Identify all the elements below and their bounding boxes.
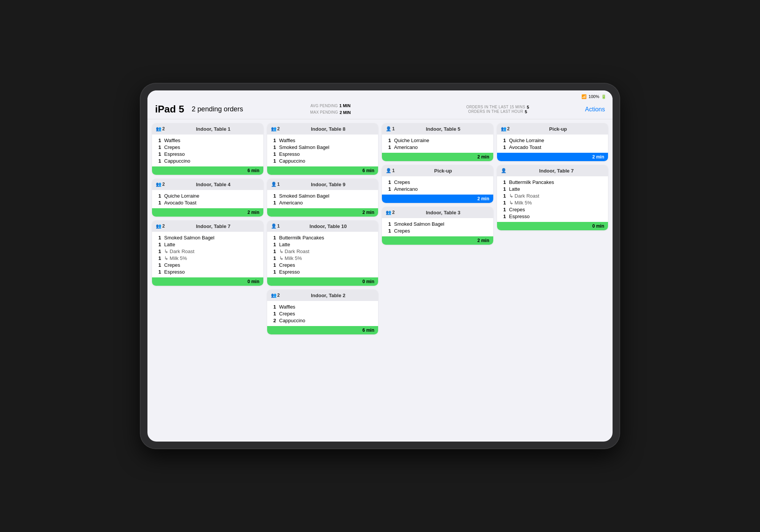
card-time-table3: 2 min [382,236,493,245]
persons-table10: 👤 1 [271,223,280,229]
persons-count: 1 [277,223,280,229]
persons-count: 2 [277,293,280,298]
orders-grid: 👥 2 Indoor, Table 1 1Waffles 1Crepes 1Es… [147,119,613,442]
order-card-table5[interactable]: 👤 1 Indoor, Table 5 1Quiche Lorraine 1Am… [382,123,493,161]
card-time-table5: 2 min [382,153,493,161]
persons-count: 1 [392,168,395,173]
list-item: 1Espresso [271,150,375,157]
list-item: 1↳ Milk 5% [271,255,375,261]
persons-count: 1 [392,126,395,131]
order-card-table10[interactable]: 👤 1 Indoor, Table 10 1Buttermilk Pancake… [267,220,378,286]
person-icon: 👥 [271,293,277,298]
list-item: 1Latte [501,185,605,192]
person-icon: 👤 [271,182,277,187]
max-pending-label: MAX PENDING [310,109,338,116]
list-item: 1Waffles [271,137,375,144]
card-header-table4: 👥 2 Indoor, Table 4 [152,179,263,190]
pending-orders: 2 pending orders [192,105,243,113]
list-item: 1Crepes [156,144,260,150]
persons-table8: 👥 2 [271,126,280,131]
items-table9: 1Smoked Salmon Bagel 1Americano [267,190,378,208]
battery-level: 100% [589,94,599,99]
persons-count: 1 [277,182,280,187]
items-table2: 1Waffles 1Crepes 2Cappuccino [267,301,378,326]
items-table3: 1Smoked Salmon Bagel 1Crepes [382,218,493,236]
card-header-table7b: 👤 Indoor, Table 7 [497,165,608,176]
card-title-table8: Indoor, Table 8 [282,126,374,132]
card-time-pickup1: 2 min [382,195,493,203]
ipad-screen: 📶 100% 🔋 iPad 5 2 pending orders AVG PEN… [147,90,613,442]
orders-hour-value: 5 [525,109,527,114]
list-item: 1↳ Dark Roast [271,248,375,255]
wifi-icon: 📶 [581,94,587,99]
card-title-table3: Indoor, Table 3 [397,210,489,215]
items-table4: 1Quiche Lorraine 1Avocado Toast [152,190,263,208]
items-table1: 1Waffles 1Crepes 1Espresso 1Cappuccino [152,135,263,166]
persons-table4: 👥 2 [156,182,165,187]
list-item: 1Smoked Salmon Bagel [271,192,375,199]
order-card-pickup1[interactable]: 👤 1 Pick-up 1Crepes 1Americano 2 min [382,165,493,203]
order-card-table7a[interactable]: 👥 2 Indoor, Table 7 1Smoked Salmon Bagel… [152,220,263,286]
list-item: 1Waffles [271,303,375,310]
list-item: 1Crepes [271,261,375,268]
order-card-table9[interactable]: 👤 1 Indoor, Table 9 1Smoked Salmon Bagel… [267,179,378,217]
card-title-pickup1: Pick-up [397,168,489,174]
avg-pending-value: 1 MIN [339,103,350,109]
order-card-pickup2[interactable]: 👥 2 Pick-up 1Quiche Lorraine 1Avocado To… [497,123,608,161]
persons-count: 2 [162,223,165,229]
list-item: 1Cappuccino [156,157,260,164]
max-pending-value: 2 MIN [340,109,351,116]
card-title-table7b: Indoor, Table 7 [509,168,605,174]
persons-table9: 👤 1 [271,182,280,187]
list-item: 1Espresso [271,268,375,275]
order-card-table1[interactable]: 👥 2 Indoor, Table 1 1Waffles 1Crepes 1Es… [152,123,263,175]
list-item: 1↳ Dark Roast [156,248,260,255]
card-title-table2: Indoor, Table 2 [282,293,374,298]
card-time-table2: 6 min [267,326,378,334]
persons-table5: 👤 1 [386,126,395,131]
order-card-table8[interactable]: 👥 2 Indoor, Table 8 1Waffles 1Smoked Sal… [267,123,378,175]
order-card-table2[interactable]: 👥 2 Indoor, Table 2 1Waffles 1Crepes 2Ca… [267,290,378,334]
person-icon: 👥 [156,182,162,187]
persons-count: 2 [162,182,165,187]
person-icon: 👤 [386,126,391,131]
items-table7b: 1Buttermilk Pancakes 1Latte 1↳ Dark Roas… [497,176,608,222]
list-item: 1Buttermilk Pancakes [501,179,605,185]
card-header-table7a: 👥 2 Indoor, Table 7 [152,220,263,232]
order-card-table4[interactable]: 👥 2 Indoor, Table 4 1Quiche Lorraine 1Av… [152,179,263,217]
actions-button[interactable]: Actions [585,106,605,113]
card-header-table3: 👥 2 Indoor, Table 3 [382,207,493,218]
avg-pending-label: AVG PENDING [310,103,338,109]
orders-hour-label: ORDERS IN THE LAST HOUR [468,109,523,114]
persons-pickup1: 👤 1 [386,168,395,173]
list-item: 1Waffles [156,137,260,144]
list-item: 1↳ Milk 5% [501,199,605,206]
card-title-table9: Indoor, Table 9 [282,182,374,187]
persons-count: 2 [392,210,395,215]
persons-table2: 👥 2 [271,293,280,298]
card-header-pickup2: 👥 2 Pick-up [497,123,608,135]
list-item: 1Avocado Toast [156,199,260,206]
order-card-table3[interactable]: 👥 2 Indoor, Table 3 1Smoked Salmon Bagel… [382,207,493,245]
card-time-table9: 2 min [267,208,378,217]
persons-count: 2 [277,126,280,131]
list-item: 1Espresso [501,213,605,220]
persons-table7a: 👥 2 [156,223,165,229]
list-item: 1↳ Dark Roast [501,192,605,199]
items-pickup2: 1Quiche Lorraine 1Avocado Toast [497,135,608,153]
column-3: 👤 1 Indoor, Table 5 1Quiche Lorraine 1Am… [382,123,493,334]
list-item: 1Quiche Lorraine [501,137,605,144]
person-icon: 👤 [501,168,507,173]
list-item: 1Americano [386,144,489,150]
persons-table7b: 👤 [501,168,507,173]
status-icons: 📶 100% 🔋 [581,94,606,99]
order-card-table7b[interactable]: 👤 Indoor, Table 7 1Buttermilk Pancakes 1… [497,165,608,230]
person-icon: 👥 [501,126,507,131]
persons-count: 2 [162,126,165,131]
card-header-table1: 👥 2 Indoor, Table 1 [152,123,263,135]
person-icon: 👥 [386,210,391,215]
card-header-table9: 👤 1 Indoor, Table 9 [267,179,378,190]
orders-15min-label: ORDERS IN THE LAST 15 MINS [466,105,525,109]
person-icon: 👤 [271,223,277,229]
items-table10: 1Buttermilk Pancakes 1Latte 1↳ Dark Roas… [267,232,378,277]
